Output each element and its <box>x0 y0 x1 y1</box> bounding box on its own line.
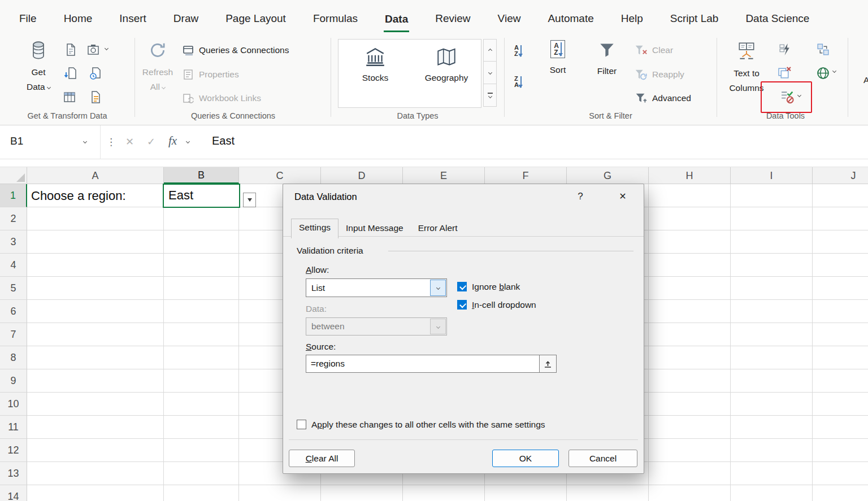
sort-button[interactable]: AZ Sort <box>541 40 574 77</box>
stocks-button[interactable]: Stocks <box>350 46 400 83</box>
cell-b1-selected[interactable]: East <box>163 184 240 208</box>
reapply-filter-button[interactable]: Reapply <box>634 67 684 82</box>
row-header[interactable]: 11 <box>0 416 27 439</box>
source-input[interactable] <box>306 355 539 372</box>
drag-handle-dots: ⋮ <box>106 136 116 148</box>
column-header[interactable]: D <box>321 167 403 184</box>
close-button[interactable]: ✕ <box>614 191 631 206</box>
workbook-links-button[interactable]: Workbook Links <box>182 90 261 106</box>
sort-descending-button[interactable]: ZA <box>514 76 522 88</box>
enter-icon[interactable]: ✓ <box>147 136 155 148</box>
gallery-scroll-up-button[interactable] <box>483 39 497 62</box>
reapply-filter-icon <box>634 68 648 81</box>
row-header[interactable]: 8 <box>0 346 27 369</box>
ribbon-tab[interactable]: Draw <box>172 5 199 32</box>
dialog-tab[interactable]: Error Alert <box>411 219 465 237</box>
row-header[interactable]: 12 <box>0 439 27 462</box>
flash-fill-icon <box>778 42 792 56</box>
data-validation-button[interactable] <box>780 89 795 104</box>
ribbon-tab-bar: FileHomeInsertDrawPage LayoutFormulasDat… <box>0 0 868 32</box>
column-header[interactable]: H <box>649 167 731 184</box>
ribbon-tab[interactable]: Review <box>434 5 471 32</box>
ribbon-tab[interactable]: View <box>497 5 522 32</box>
cell-a1[interactable]: Choose a region: <box>27 184 164 207</box>
ribbon-tab[interactable]: Data Science <box>744 5 810 32</box>
column-header[interactable]: F <box>485 167 567 184</box>
refresh-all-button[interactable]: RefreshAll <box>139 40 176 94</box>
ribbon-tab[interactable]: Insert <box>118 5 147 32</box>
cancel-icon[interactable]: ✕ <box>125 136 134 148</box>
apply-to-all-checkbox[interactable]: Apply these changes to all other cells w… <box>297 419 545 430</box>
row-header[interactable]: 9 <box>0 369 27 393</box>
database-icon <box>28 40 49 60</box>
from-web-icon[interactable] <box>63 66 78 81</box>
from-table-icon[interactable] <box>62 90 77 104</box>
ok-button[interactable]: OK <box>492 450 559 467</box>
remove-duplicates-button[interactable] <box>778 66 792 80</box>
ribbon-tab[interactable]: Data <box>384 5 409 33</box>
row-header[interactable]: 14 <box>0 485 27 501</box>
row-header[interactable]: 4 <box>0 254 27 277</box>
recent-sources-icon[interactable] <box>88 66 103 81</box>
combobox-dropdown-button[interactable] <box>430 280 446 296</box>
ignore-blank-checkbox[interactable]: Ignore blank <box>457 281 520 292</box>
ribbon-tab[interactable]: Help <box>620 5 644 32</box>
chevron-down-icon[interactable] <box>833 69 836 72</box>
sort-ascending-button[interactable]: AZ <box>514 45 522 57</box>
row-header[interactable]: 2 <box>0 207 27 230</box>
column-header[interactable]: B <box>164 167 239 184</box>
existing-connections-icon[interactable] <box>88 90 103 104</box>
allow-combobox[interactable]: List <box>306 278 447 297</box>
row-header[interactable]: 10 <box>0 393 27 416</box>
ribbon-group-divider <box>134 38 135 117</box>
help-button[interactable]: ? <box>572 191 588 206</box>
dialog-tab[interactable]: Settings <box>291 219 338 238</box>
ribbon-tab[interactable]: Automate <box>546 5 594 32</box>
cancel-button[interactable]: Cancel <box>568 450 637 467</box>
clear-all-button[interactable]: Clear All <box>289 450 355 467</box>
column-header[interactable]: J <box>813 167 868 184</box>
data-model-button[interactable] <box>816 66 830 80</box>
select-all-corner[interactable] <box>0 167 27 184</box>
insert-function-icon[interactable]: fx <box>168 134 177 148</box>
properties-button[interactable]: Properties <box>182 67 239 82</box>
row-header[interactable]: 1 <box>0 184 27 207</box>
name-box[interactable]: B1 <box>0 125 101 159</box>
formula-input[interactable]: East <box>212 134 235 147</box>
from-text-file-icon[interactable] <box>63 42 78 57</box>
ribbon-tab[interactable]: Page Layout <box>224 5 287 32</box>
chevron-down-icon <box>47 85 51 89</box>
row-header[interactable]: 5 <box>0 277 27 300</box>
row-header[interactable]: 7 <box>0 323 27 346</box>
ribbon-tab[interactable]: Home <box>63 5 94 32</box>
consolidate-button[interactable] <box>816 42 830 56</box>
in-cell-dropdown-checkbox[interactable]: In-cell dropdown <box>457 299 536 310</box>
queries-connections-button[interactable]: Queries & Connections <box>182 42 289 58</box>
ribbon-tab[interactable]: Formulas <box>312 5 359 32</box>
geography-button[interactable]: Geography <box>419 46 474 83</box>
chevron-down-icon[interactable] <box>105 47 108 50</box>
column-header[interactable]: A <box>27 167 164 184</box>
collapse-dialog-button[interactable] <box>539 355 556 372</box>
ribbon-tab[interactable]: Script Lab <box>669 5 720 32</box>
row-header[interactable]: 13 <box>0 462 27 485</box>
advanced-filter-button[interactable]: Advanced <box>634 90 691 106</box>
in-cell-dropdown-button[interactable] <box>243 193 256 207</box>
column-header[interactable]: G <box>567 167 649 184</box>
get-data-button[interactable]: GetData <box>20 40 57 94</box>
from-picture-icon[interactable] <box>86 42 101 57</box>
text-to-columns-button[interactable]: Text toColumns <box>726 40 767 95</box>
row-header[interactable]: 6 <box>0 300 27 323</box>
data-validation-chevron-icon[interactable] <box>798 94 801 97</box>
row-header[interactable]: 3 <box>0 230 27 254</box>
ribbon-tab[interactable]: File <box>18 5 38 32</box>
column-header[interactable]: C <box>239 167 321 184</box>
flash-fill-button[interactable] <box>778 42 792 56</box>
dialog-tab[interactable]: Input Message <box>338 219 411 237</box>
column-header[interactable]: I <box>731 167 813 184</box>
column-header[interactable]: E <box>403 167 485 184</box>
gallery-more-button[interactable] <box>483 84 497 107</box>
clear-filter-button[interactable]: Clear <box>634 42 673 58</box>
gallery-scroll-down-button[interactable] <box>483 62 497 84</box>
filter-button[interactable]: Filter <box>590 40 624 79</box>
